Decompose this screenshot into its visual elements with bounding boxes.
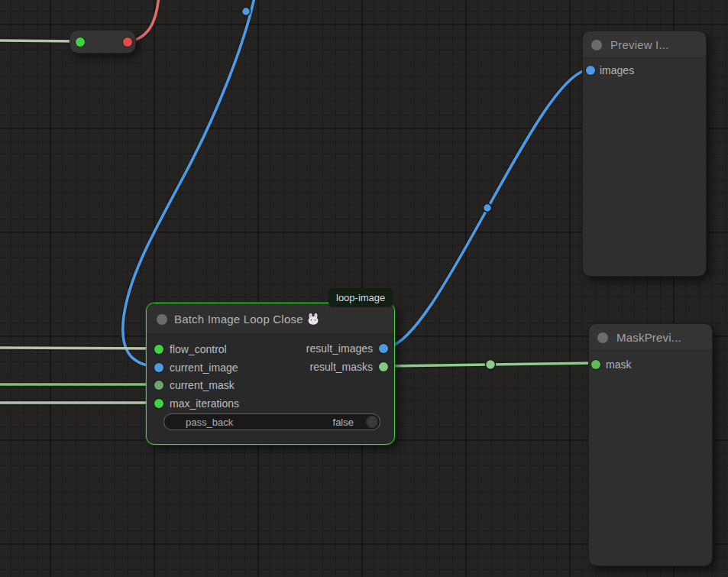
input-port-images[interactable] [586, 66, 595, 75]
input-port-current-image[interactable] [154, 363, 163, 372]
rabbit-face-icon [307, 313, 319, 325]
collapsed-node[interactable] [70, 30, 136, 53]
collapse-dot-icon[interactable] [591, 40, 602, 50]
node-batch-image-loop-close[interactable]: Batch Image Loop Close flow_control curr… [146, 303, 395, 445]
input-label: current_image [170, 361, 238, 374]
toggle-knob-icon[interactable] [366, 416, 378, 428]
link-midpoint-dot[interactable] [484, 204, 492, 212]
link-midpoint-dot[interactable] [242, 8, 251, 16]
output-slot-result-masks[interactable]: result_masks [272, 360, 394, 374]
wire-pale-into-flow-control [0, 348, 158, 348]
node-title: MaskPrevi... [616, 331, 681, 344]
node-title-badge: loop-image [328, 288, 393, 307]
output-port-result-masks[interactable] [379, 362, 388, 371]
output-port-result-images[interactable] [379, 344, 388, 353]
input-port-max-iterations[interactable] [154, 399, 163, 408]
input-port-flow-control[interactable] [154, 345, 163, 354]
output-slot-result-images[interactable]: result_images [272, 342, 394, 355]
input-port-current-mask[interactable] [154, 381, 163, 390]
collapse-dot-icon[interactable] [157, 314, 167, 325]
collapsed-node-input-port[interactable] [76, 37, 85, 47]
input-label: flow_control [170, 343, 227, 355]
input-label: mask [606, 358, 631, 371]
node-editor-canvas[interactable]: loop-image Batch Image Loop Close flow_c… [0, 0, 728, 577]
node-title: Batch Image Loop Close [174, 312, 319, 326]
input-port-mask[interactable] [591, 360, 600, 369]
node-title: Preview I... [610, 38, 669, 51]
input-label: max_iterations [170, 397, 239, 410]
wire-pale-into-reroute [0, 41, 79, 41]
node-header[interactable]: MaskPrevi... [589, 324, 712, 351]
widget-label: pass_back [186, 417, 233, 428]
node-mask-preview[interactable]: MaskPrevi... mask [588, 323, 713, 566]
collapse-dot-icon[interactable] [597, 332, 608, 343]
node-header[interactable]: Batch Image Loop Close [147, 303, 394, 334]
output-label: result_masks [310, 361, 373, 373]
widget-value: false [333, 417, 354, 428]
node-header[interactable]: Preview I... [583, 31, 706, 58]
input-label: current_mask [170, 379, 235, 391]
input-label: images [600, 64, 634, 76]
node-preview-image[interactable]: Preview I... images [582, 31, 707, 277]
collapsed-node-output-port[interactable] [123, 37, 132, 47]
output-label: result_images [306, 342, 373, 355]
badge-label: loop-image [336, 292, 385, 303]
link-midpoint-dot[interactable] [486, 360, 496, 370]
pass-back-toggle-widget[interactable]: pass_back false [163, 413, 380, 430]
